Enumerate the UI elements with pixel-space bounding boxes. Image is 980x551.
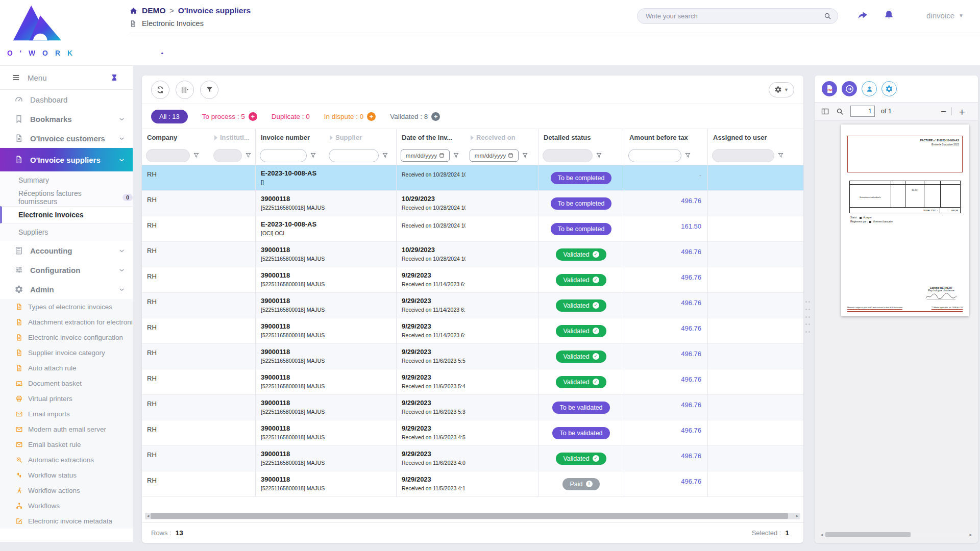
filter-input[interactable]: mm/dd/yyyy — [401, 149, 450, 162]
scroll-right-icon[interactable]: ► — [794, 513, 800, 519]
zoom-in-button[interactable]: ＋ — [952, 107, 972, 116]
hamburger-icon[interactable] — [11, 73, 20, 82]
admin-subitem[interactable]: Automatic extractions — [0, 452, 133, 467]
invoice-row[interactable]: RH 39000118 [52251165800018] MAJUSCULE 9… — [142, 369, 803, 395]
admin-subitem[interactable]: Workflow actions — [0, 483, 133, 498]
filter-funnel-icon[interactable] — [777, 152, 784, 159]
hourglass-icon[interactable] — [110, 73, 118, 82]
invoice-row[interactable]: RH 39000118 [52251165800018] MAJUSCULE 9… — [142, 293, 803, 318]
scrollbar-thumb[interactable] — [825, 532, 911, 537]
refresh-button[interactable] — [151, 81, 169, 99]
admin-subitem[interactable]: Workflows — [0, 498, 133, 513]
admin-subitem[interactable]: Supplier invoice category — [0, 345, 133, 360]
sidebar-subitem[interactable]: Suppliers — [0, 223, 133, 241]
sidebar-item[interactable]: Accounting — [0, 241, 133, 260]
pdf-download-button[interactable] — [822, 81, 837, 96]
invoice-row[interactable]: RH 39000118 [52251165800018] MAJUSCULE 9… — [142, 420, 803, 446]
sidebar-item[interactable]: Dashboard — [0, 90, 133, 109]
search-input[interactable] — [637, 8, 838, 24]
filter-input[interactable] — [628, 149, 681, 162]
invoice-row[interactable]: RH 39000118 [52251165800018] MAJUSCULE 9… — [142, 267, 803, 293]
viewer-settings-button[interactable] — [881, 81, 897, 96]
filter-funnel-icon[interactable] — [193, 152, 200, 159]
search-icon[interactable] — [823, 12, 832, 20]
filter-funnel-icon[interactable] — [596, 152, 602, 159]
admin-subitem[interactable]: Attachment extraction for electronic inv… — [0, 314, 133, 330]
column-filter[interactable] — [707, 146, 803, 165]
column-header[interactable]: Supplier — [325, 129, 396, 146]
column-header[interactable]: Invoice number — [255, 129, 325, 146]
status-filter-chip[interactable]: Duplicate : 0 — [272, 113, 310, 120]
scroll-right-icon[interactable]: ► — [968, 532, 974, 538]
column-filter[interactable] — [142, 146, 209, 165]
admin-subitem[interactable]: Electronic invoice metadata — [0, 513, 133, 529]
filter-funnel-icon[interactable] — [245, 152, 252, 159]
filter-funnel-icon[interactable] — [684, 152, 691, 159]
status-filter-chip[interactable]: To process : 5 + — [202, 112, 257, 121]
column-header[interactable]: Company — [142, 129, 209, 146]
admin-subitem[interactable]: Modern auth email server — [0, 421, 133, 437]
column-filter[interactable] — [624, 146, 707, 165]
column-header[interactable]: Instituti... — [209, 129, 255, 146]
sidebar-subitem[interactable]: Electronic Invoices — [0, 206, 133, 223]
admin-subitem[interactable]: Workflow status — [0, 467, 133, 483]
amount-link[interactable]: 496.76 — [681, 427, 701, 434]
zoom-out-button[interactable]: − — [936, 107, 951, 116]
sidebar-menu-bar[interactable]: Menu — [0, 65, 133, 90]
sidebar-item-oinvoice-suppliers[interactable]: O'Invoice suppliers — [0, 148, 133, 171]
column-header[interactable]: Amount before tax — [624, 129, 707, 146]
amount-link[interactable]: 496.76 — [681, 350, 701, 358]
plus-circle-icon[interactable]: + — [249, 112, 257, 121]
sidebar-subitem[interactable]: Réceptions factures fournisseurs 0 — [0, 189, 133, 206]
pdf-search-button[interactable] — [836, 107, 844, 116]
column-header[interactable]: Received on — [465, 129, 538, 146]
invoice-row[interactable]: RH 39000118 [52251165800018] MAJUSCULE 1… — [142, 191, 803, 216]
invoice-row[interactable]: RH 39000118 [52251165800018] MAJUSCULE 1… — [142, 242, 803, 267]
sidebar-subitem[interactable]: Summary — [0, 171, 133, 189]
home-icon[interactable] — [129, 7, 138, 15]
sidebar-toggle-button[interactable] — [821, 107, 829, 116]
horizontal-scrollbar[interactable]: ◄ ► — [145, 513, 800, 519]
sidebar-item[interactable]: O'Invoice customers — [0, 129, 133, 148]
admin-subitem[interactable]: Types of electronic invoices — [0, 299, 133, 314]
amount-link[interactable]: 496.76 — [681, 452, 701, 460]
invoice-row[interactable]: RH E-2023-10-008-AS [OCI] OCI Received o… — [142, 216, 803, 242]
amount-link[interactable]: 496.76 — [681, 248, 701, 256]
column-header[interactable]: Detailed status — [538, 129, 624, 146]
amount-link[interactable]: 496.76 — [681, 375, 701, 383]
amount-link[interactable]: 161.50 — [681, 222, 701, 230]
filter-funnel-icon[interactable] — [453, 152, 459, 159]
scroll-left-icon[interactable]: ◄ — [819, 532, 825, 538]
amount-link[interactable]: 496.76 — [681, 478, 701, 485]
breadcrumb-section[interactable]: O'Invoice suppliers — [178, 6, 251, 15]
preview-horizontal-scrollbar[interactable]: ◄ ► — [819, 532, 974, 538]
filter-funnel-icon[interactable] — [522, 152, 528, 159]
amount-link[interactable]: - — [699, 171, 701, 179]
filter-input[interactable] — [213, 149, 242, 162]
panel-resize-handle[interactable] — [805, 301, 811, 333]
filter-input[interactable] — [712, 149, 774, 162]
plus-circle-icon[interactable]: + — [431, 112, 440, 121]
column-header[interactable]: Assigned to user — [707, 129, 803, 146]
sidebar-item[interactable]: Configuration — [0, 260, 133, 280]
column-filter[interactable]: mm/dd/yyyy — [396, 146, 465, 165]
admin-subitem[interactable]: Document basket — [0, 375, 133, 391]
status-filter-chip[interactable]: In dispute : 0 + — [324, 112, 376, 121]
column-filter[interactable] — [209, 146, 255, 165]
amount-link[interactable]: 496.76 — [681, 273, 701, 281]
filter-funnel-icon[interactable] — [310, 152, 316, 159]
invoice-row[interactable]: RH 39000118 [52251165800018] MAJUSCULE 9… — [142, 344, 803, 369]
filter-input[interactable]: mm/dd/yyyy — [470, 149, 519, 162]
breadcrumb-home[interactable]: DEMO — [142, 6, 166, 15]
filter-input[interactable] — [146, 149, 190, 162]
sidebar-item[interactable]: Admin — [0, 280, 133, 299]
admin-subitem[interactable]: Electronic invoice configuration — [0, 330, 133, 345]
admin-subitem[interactable]: Email imports — [0, 406, 133, 421]
table-settings-button[interactable]: ▼ — [769, 82, 794, 97]
column-filter[interactable]: mm/dd/yyyy — [465, 146, 538, 165]
columns-button[interactable] — [176, 81, 194, 99]
filter-button[interactable] — [200, 81, 218, 99]
invoice-row[interactable]: RH 39000118 [52251165800018] MAJUSCULE 9… — [142, 318, 803, 344]
invoice-row[interactable]: RH 39000118 [52251165800018] MAJUSCULE 9… — [142, 471, 803, 497]
invoice-row[interactable]: RH E-2023-10-008-AS [] Received on 10/28… — [142, 165, 803, 191]
